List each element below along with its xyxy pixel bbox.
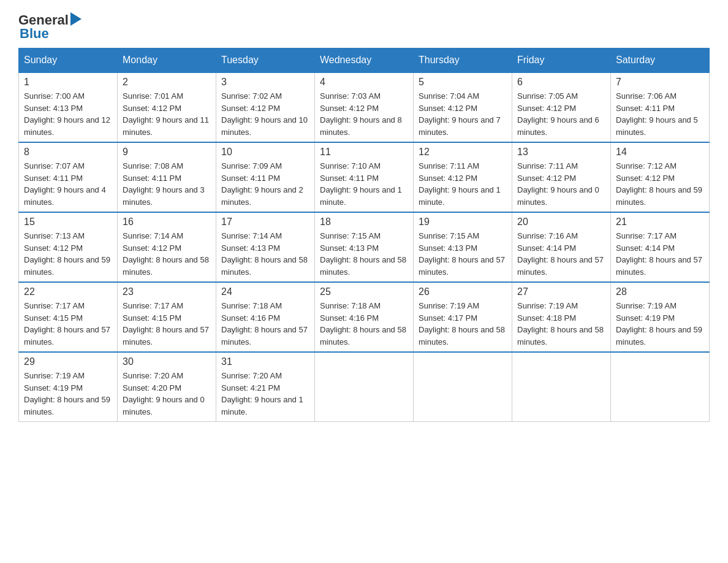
day-number: 13 xyxy=(517,147,605,158)
daylight-label: Daylight: 8 hours and 57 minutes. xyxy=(616,255,702,277)
col-header-wednesday: Wednesday xyxy=(315,48,414,73)
daylight-label: Daylight: 8 hours and 57 minutes. xyxy=(221,325,308,347)
sunset-label: Sunset: 4:13 PM xyxy=(221,243,280,253)
sunrise-label: Sunrise: 7:12 AM xyxy=(616,161,677,170)
day-number: 24 xyxy=(221,286,309,297)
daylight-label: Daylight: 8 hours and 58 minutes. xyxy=(221,255,308,277)
calendar-table: SundayMondayTuesdayWednesdayThursdayFrid… xyxy=(18,48,710,422)
day-number: 8 xyxy=(24,147,112,158)
day-info: Sunrise: 7:19 AM Sunset: 4:19 PM Dayligh… xyxy=(616,300,704,348)
calendar-week-row: 1 Sunrise: 7:00 AM Sunset: 4:13 PM Dayli… xyxy=(19,72,710,142)
day-number: 20 xyxy=(517,216,605,228)
day-info: Sunrise: 7:16 AM Sunset: 4:14 PM Dayligh… xyxy=(517,230,605,278)
calendar-cell: 22 Sunrise: 7:17 AM Sunset: 4:15 PM Dayl… xyxy=(19,282,118,352)
sunset-label: Sunset: 4:21 PM xyxy=(221,383,280,393)
day-number: 30 xyxy=(123,356,211,367)
sunrise-label: Sunrise: 7:13 AM xyxy=(24,231,85,240)
day-number: 17 xyxy=(221,216,309,228)
day-info: Sunrise: 7:17 AM Sunset: 4:15 PM Dayligh… xyxy=(123,300,211,348)
sunset-label: Sunset: 4:19 PM xyxy=(616,313,675,323)
calendar-cell: 4 Sunrise: 7:03 AM Sunset: 4:12 PM Dayli… xyxy=(315,72,414,142)
calendar-week-row: 15 Sunrise: 7:13 AM Sunset: 4:12 PM Dayl… xyxy=(19,212,710,282)
logo-triangle-icon xyxy=(70,12,82,28)
daylight-label: Daylight: 8 hours and 59 minutes. xyxy=(616,325,702,347)
day-info: Sunrise: 7:14 AM Sunset: 4:13 PM Dayligh… xyxy=(221,230,309,278)
day-info: Sunrise: 7:11 AM Sunset: 4:12 PM Dayligh… xyxy=(419,160,507,208)
svg-marker-0 xyxy=(70,12,82,26)
day-number: 15 xyxy=(24,216,112,228)
day-info: Sunrise: 7:06 AM Sunset: 4:11 PM Dayligh… xyxy=(616,90,704,138)
calendar-cell: 15 Sunrise: 7:13 AM Sunset: 4:12 PM Dayl… xyxy=(19,212,118,282)
col-header-sunday: Sunday xyxy=(19,48,118,73)
daylight-label: Daylight: 8 hours and 58 minutes. xyxy=(517,325,604,347)
sunrise-label: Sunrise: 7:07 AM xyxy=(24,161,85,170)
calendar-cell: 20 Sunrise: 7:16 AM Sunset: 4:14 PM Dayl… xyxy=(512,212,611,282)
daylight-label: Daylight: 9 hours and 0 minutes. xyxy=(517,185,599,207)
day-number: 21 xyxy=(616,216,704,228)
sunrise-label: Sunrise: 7:19 AM xyxy=(419,301,479,310)
sunset-label: Sunset: 4:11 PM xyxy=(221,174,280,183)
sunset-label: Sunset: 4:12 PM xyxy=(517,174,576,183)
col-header-saturday: Saturday xyxy=(611,48,710,73)
day-number: 27 xyxy=(517,286,605,297)
day-number: 12 xyxy=(419,147,507,158)
calendar-header-row: SundayMondayTuesdayWednesdayThursdayFrid… xyxy=(19,48,710,73)
sunset-label: Sunset: 4:13 PM xyxy=(419,243,477,253)
calendar-cell: 12 Sunrise: 7:11 AM Sunset: 4:12 PM Dayl… xyxy=(414,142,512,212)
day-number: 18 xyxy=(320,216,408,228)
daylight-label: Daylight: 9 hours and 1 minute. xyxy=(221,395,303,416)
sunrise-label: Sunrise: 7:08 AM xyxy=(123,161,183,170)
day-info: Sunrise: 7:18 AM Sunset: 4:16 PM Dayligh… xyxy=(320,300,408,348)
calendar-cell xyxy=(512,352,611,422)
day-number: 25 xyxy=(320,286,408,297)
calendar-cell: 26 Sunrise: 7:19 AM Sunset: 4:17 PM Dayl… xyxy=(414,282,512,352)
day-info: Sunrise: 7:10 AM Sunset: 4:11 PM Dayligh… xyxy=(320,160,408,208)
sunrise-label: Sunrise: 7:03 AM xyxy=(320,91,381,101)
calendar-cell: 24 Sunrise: 7:18 AM Sunset: 4:16 PM Dayl… xyxy=(216,282,315,352)
sunset-label: Sunset: 4:14 PM xyxy=(616,243,675,253)
sunrise-label: Sunrise: 7:00 AM xyxy=(24,91,85,101)
col-header-monday: Monday xyxy=(118,48,216,73)
sunrise-label: Sunrise: 7:19 AM xyxy=(24,371,85,380)
sunset-label: Sunset: 4:20 PM xyxy=(123,383,181,393)
logo: General Blue xyxy=(18,12,82,42)
day-info: Sunrise: 7:11 AM Sunset: 4:12 PM Dayligh… xyxy=(517,160,605,208)
daylight-label: Daylight: 8 hours and 59 minutes. xyxy=(616,185,702,207)
calendar-cell: 18 Sunrise: 7:15 AM Sunset: 4:13 PM Dayl… xyxy=(315,212,414,282)
calendar-cell: 7 Sunrise: 7:06 AM Sunset: 4:11 PM Dayli… xyxy=(611,72,710,142)
daylight-label: Daylight: 8 hours and 58 minutes. xyxy=(320,255,406,277)
sunrise-label: Sunrise: 7:20 AM xyxy=(221,371,282,380)
sunrise-label: Sunrise: 7:11 AM xyxy=(419,161,479,170)
daylight-label: Daylight: 9 hours and 5 minutes. xyxy=(616,115,698,137)
page-header: General Blue xyxy=(18,12,710,42)
day-number: 2 xyxy=(123,77,211,88)
sunrise-label: Sunrise: 7:18 AM xyxy=(320,301,381,310)
day-number: 11 xyxy=(320,147,408,158)
sunset-label: Sunset: 4:15 PM xyxy=(123,313,181,323)
sunset-label: Sunset: 4:13 PM xyxy=(24,104,83,113)
day-number: 16 xyxy=(123,216,211,228)
sunset-label: Sunset: 4:11 PM xyxy=(616,104,675,113)
calendar-cell: 27 Sunrise: 7:19 AM Sunset: 4:18 PM Dayl… xyxy=(512,282,611,352)
sunrise-label: Sunrise: 7:10 AM xyxy=(320,161,381,170)
sunset-label: Sunset: 4:12 PM xyxy=(320,104,379,113)
calendar-week-row: 8 Sunrise: 7:07 AM Sunset: 4:11 PM Dayli… xyxy=(19,142,710,212)
calendar-cell: 5 Sunrise: 7:04 AM Sunset: 4:12 PM Dayli… xyxy=(414,72,512,142)
sunrise-label: Sunrise: 7:17 AM xyxy=(616,231,677,240)
day-info: Sunrise: 7:17 AM Sunset: 4:15 PM Dayligh… xyxy=(24,300,112,348)
sunrise-label: Sunrise: 7:09 AM xyxy=(221,161,282,170)
day-info: Sunrise: 7:13 AM Sunset: 4:12 PM Dayligh… xyxy=(24,230,112,278)
daylight-label: Daylight: 9 hours and 2 minutes. xyxy=(221,185,303,207)
sunset-label: Sunset: 4:13 PM xyxy=(320,243,379,253)
calendar-week-row: 29 Sunrise: 7:19 AM Sunset: 4:19 PM Dayl… xyxy=(19,352,710,422)
daylight-label: Daylight: 9 hours and 6 minutes. xyxy=(517,115,599,137)
day-number: 10 xyxy=(221,147,309,158)
day-number: 3 xyxy=(221,77,309,88)
calendar-cell: 6 Sunrise: 7:05 AM Sunset: 4:12 PM Dayli… xyxy=(512,72,611,142)
calendar-cell: 13 Sunrise: 7:11 AM Sunset: 4:12 PM Dayl… xyxy=(512,142,611,212)
sunset-label: Sunset: 4:14 PM xyxy=(517,243,576,253)
day-number: 5 xyxy=(419,77,507,88)
daylight-label: Daylight: 8 hours and 57 minutes. xyxy=(24,325,110,347)
daylight-label: Daylight: 8 hours and 57 minutes. xyxy=(123,325,209,347)
day-info: Sunrise: 7:09 AM Sunset: 4:11 PM Dayligh… xyxy=(221,160,309,208)
